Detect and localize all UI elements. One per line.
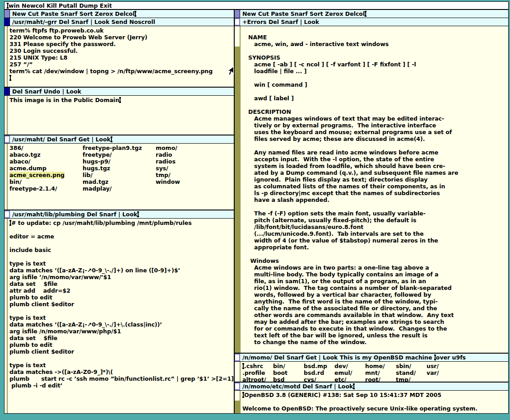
scrollbar[interactable]	[235, 26, 241, 353]
file-entry[interactable]: acme_screen.png	[9, 172, 83, 178]
file-entry[interactable]: abaco/	[9, 158, 83, 165]
text-line: acme, win, awd - interactive text window…	[242, 41, 508, 47]
window-dirty-button-icon[interactable]	[5, 88, 10, 95]
left-column-tag[interactable]: New Cut Paste Snarf Sort Zerox Delcol	[5, 10, 234, 18]
errors-text[interactable]: NAME acme, win, awd - interactive text w…	[241, 26, 508, 353]
text-line: file, as in sam(1), or the output of a p…	[242, 278, 508, 285]
file-entry[interactable]: bsd	[273, 376, 304, 382]
file-entry[interactable]: bin/	[9, 178, 83, 185]
scrollbar[interactable]	[5, 144, 8, 210]
home-dir-tag-text[interactable]: /usr/maht/ Del Snarf Get | Look	[12, 136, 112, 143]
file-entry[interactable]: bsd.rd	[304, 369, 334, 376]
scrollbar-trough[interactable]	[235, 401, 240, 413]
plumbing-tag[interactable]: /usr/maht/lib/plumbing Del Snarf | Look	[5, 210, 234, 219]
file-entry[interactable]: altroot/	[242, 376, 273, 382]
file-entry[interactable]: mad.tgz	[83, 178, 156, 185]
window-note: Del Snarf Undo | Look This image is in t…	[5, 87, 234, 135]
file-entry[interactable]: lib/	[83, 172, 156, 178]
file-entry[interactable]: freetype/	[83, 151, 156, 158]
file-entry[interactable]: stand/	[396, 369, 427, 376]
momo-dir-tag-text[interactable]: /n/momo/ Del Snarf Get | Look This is my…	[242, 354, 466, 361]
file-entry[interactable]: .cshrc	[242, 363, 273, 369]
window-dirty-button-icon[interactable]	[5, 18, 10, 26]
momo-dir-body[interactable]: .cshrcbin/bsd.mpdev/home/sbin/usr/.profi…	[235, 362, 508, 382]
motd-body[interactable]: OpenBSD 3.8 (GENERIC) #138: Sat Sep 10 1…	[235, 391, 508, 413]
terminal-body[interactable]: term% ftpfs ftp.proweb.co.uk220 Welcome …	[5, 26, 234, 87]
right-column-tag[interactable]: New Cut Paste Snarf Sort Zerox Delcol	[235, 10, 508, 18]
file-entry[interactable]: hugs.tgz	[83, 165, 156, 172]
file-entry[interactable]: bin/	[273, 363, 304, 369]
column-button-icon[interactable]	[5, 10, 10, 18]
text-line: 215 UNIX Type: L8	[9, 54, 234, 61]
main-menu-tag[interactable]: win Newcol Kill Putall Dump Exit	[5, 2, 508, 9]
file-entry[interactable]: mnt/	[365, 369, 396, 376]
left-column-tag-text[interactable]: New Cut Paste Snarf Sort Zerox Delcol	[12, 10, 136, 17]
momo-dir-listing[interactable]: .cshrcbin/bsd.mpdev/home/sbin/usr/.profi…	[241, 362, 508, 382]
file-entry[interactable]: emul/	[334, 369, 365, 376]
scrollbar[interactable]	[5, 26, 8, 87]
note-tag[interactable]: Del Snarf Undo | Look	[5, 88, 234, 96]
file-entry[interactable]: sbin/	[396, 363, 427, 369]
scrollbar[interactable]	[235, 391, 241, 413]
file-entry[interactable]: abaco.tgz	[9, 151, 83, 158]
file-entry[interactable]: sys/	[156, 165, 229, 172]
file-entry[interactable]: boot	[273, 369, 304, 376]
scrollbar[interactable]	[235, 362, 241, 382]
right-column-tag-text[interactable]: New Cut Paste Snarf Sort Zerox Delcol	[242, 10, 366, 17]
text-cursor	[138, 212, 139, 217]
file-entry[interactable]: freetype-2.1.4/	[9, 185, 83, 192]
note-body[interactable]: This image is in the Public Domain	[5, 96, 234, 135]
file-entry[interactable]: radios	[156, 158, 229, 165]
text-line: 331 Please specify the password.	[9, 41, 234, 47]
home-dir-listing[interactable]: 386/freetype-plan9.tgzmomo/abaco.tgzfree…	[8, 144, 234, 210]
file-entry[interactable]: tmp/	[396, 376, 427, 382]
plumbing-tag-text[interactable]: /usr/maht/lib/plumbing Del Snarf | Look	[12, 211, 139, 218]
file-entry[interactable]: hugs-p9/	[83, 158, 156, 165]
column-button-icon[interactable]	[235, 10, 240, 18]
file-entry[interactable]: madplay/	[83, 185, 156, 192]
file-entry[interactable]: window	[156, 178, 229, 185]
file-entry[interactable]: root/	[365, 376, 396, 382]
file-entry[interactable]: home/	[365, 363, 396, 369]
motd-tag-text[interactable]: /n/momo/etc/motd Del Snarf | Look	[242, 383, 355, 390]
text-cursor	[10, 220, 11, 225]
home-dir-body[interactable]: 386/freetype-plan9.tgzmomo/abaco.tgzfree…	[5, 144, 234, 210]
window-clean-button-icon[interactable]	[235, 383, 240, 390]
errors-tag[interactable]: +Errors Del Snarf | Look	[235, 18, 508, 26]
window-clean-button-icon[interactable]	[5, 135, 10, 143]
window-clean-button-icon[interactable]	[5, 210, 10, 218]
terminal-text[interactable]: term% ftpfs ftp.proweb.co.uk220 Welcome …	[8, 26, 234, 87]
home-dir-tag[interactable]: /usr/maht/ Del Snarf Get | Look	[5, 135, 234, 144]
scrollbar[interactable]	[5, 219, 8, 413]
file-entry[interactable]: freetype-plan9.tgz	[83, 145, 156, 151]
terminal-tag[interactable]: /usr/maht/-grr Del Snarf | Look Send Nos…	[5, 18, 234, 26]
errors-body[interactable]: NAME acme, win, awd - interactive text w…	[235, 26, 508, 353]
scrollbar[interactable]	[5, 96, 8, 135]
file-entry[interactable]: tmp/	[156, 172, 229, 178]
file-entry[interactable]: .profile	[242, 369, 273, 376]
file-entry[interactable]: cvs/	[304, 376, 334, 382]
window-clean-button-icon[interactable]	[235, 354, 240, 361]
file-entry[interactable]: acme.dump	[9, 165, 83, 172]
text-line	[9, 75, 234, 81]
scrollbar-trough[interactable]	[235, 47, 240, 353]
motd-tag[interactable]: /n/momo/etc/motd Del Snarf | Look	[235, 383, 508, 391]
momo-dir-tag[interactable]: /n/momo/ Del Snarf Get | Look This is my…	[235, 354, 508, 362]
file-entry[interactable]: bsd.mp	[304, 363, 334, 369]
errors-tag-text[interactable]: +Errors Del Snarf | Look	[242, 19, 319, 25]
file-entry[interactable]: var/	[427, 369, 457, 376]
file-entry[interactable]: momo/	[156, 145, 229, 151]
motd-text[interactable]: OpenBSD 3.8 (GENERIC) #138: Sat Sep 10 1…	[241, 391, 508, 413]
note-tag-text[interactable]: Del Snarf Undo | Look	[12, 88, 81, 95]
note-text[interactable]: This image is in the Public Domain	[8, 96, 234, 135]
file-entry[interactable]: usr/	[427, 363, 457, 369]
terminal-tag-text[interactable]: /usr/maht/-grr Del Snarf | Look Send Nos…	[12, 19, 155, 25]
file-entry[interactable]: 386/	[9, 145, 83, 151]
window-clean-button-icon[interactable]	[235, 18, 240, 26]
file-entry[interactable]: radio	[156, 151, 229, 158]
plumbing-text[interactable]: # to update: cp /usr/maht/lib/plumbing /…	[8, 219, 234, 413]
text-cursor	[135, 11, 136, 16]
file-entry[interactable]: etc/	[334, 376, 365, 382]
file-entry[interactable]: dev/	[334, 363, 365, 369]
plumbing-body[interactable]: # to update: cp /usr/maht/lib/plumbing /…	[5, 219, 234, 413]
